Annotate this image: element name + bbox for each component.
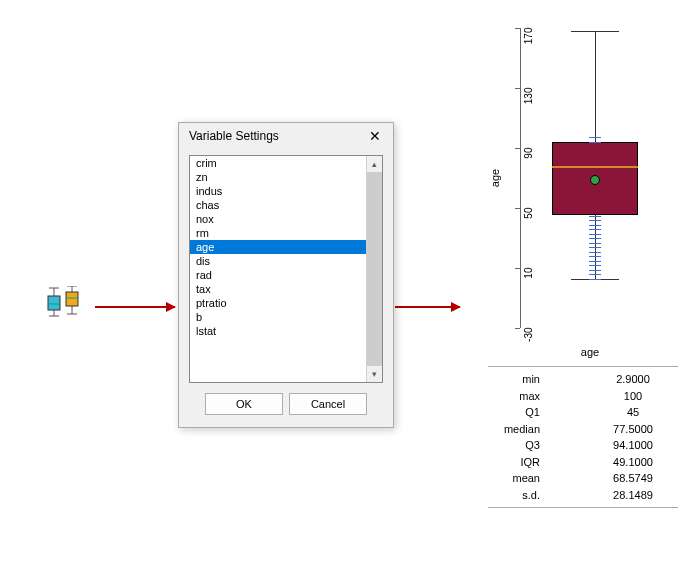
- stats-value: 2.9000: [588, 371, 678, 388]
- list-item[interactable]: b: [190, 310, 366, 324]
- y-tick-label: 90: [523, 148, 534, 184]
- y-tick: [515, 328, 520, 329]
- rug-tick: [589, 229, 601, 230]
- list-item[interactable]: ptratio: [190, 296, 366, 310]
- rug-tick: [589, 261, 601, 262]
- svg-rect-3: [48, 296, 60, 310]
- rug-tick: [589, 274, 601, 275]
- rug-tick: [589, 142, 601, 143]
- stats-value: 68.5749: [588, 470, 678, 487]
- rug-tick: [589, 247, 601, 248]
- stats-row: median77.5000: [488, 421, 678, 438]
- stats-value: 77.5000: [588, 421, 678, 438]
- stats-table: min2.9000max100Q145median77.5000Q394.100…: [488, 366, 678, 508]
- variable-list: crimzninduschasnoxrmagedisradtaxptratiob…: [189, 155, 383, 383]
- stats-row: IQR49.1000: [488, 454, 678, 471]
- list-item[interactable]: zn: [190, 170, 366, 184]
- scroll-up-icon[interactable]: ▴: [367, 156, 382, 172]
- rug-tick: [589, 220, 601, 221]
- stats-key: Q1: [488, 404, 568, 421]
- y-tick: [515, 208, 520, 209]
- rug-tick: [589, 234, 601, 235]
- list-item[interactable]: rm: [190, 226, 366, 240]
- stats-key: Q3: [488, 437, 568, 454]
- rug-tick: [589, 279, 601, 280]
- list-item[interactable]: dis: [190, 254, 366, 268]
- rug-tick: [589, 216, 601, 217]
- median-line: [552, 166, 638, 168]
- stats-row: max100: [488, 388, 678, 405]
- y-tick: [515, 28, 520, 29]
- list-item[interactable]: nox: [190, 212, 366, 226]
- stats-row: Q145: [488, 404, 678, 421]
- list-item[interactable]: tax: [190, 282, 366, 296]
- rug-tick: [589, 265, 601, 266]
- list-item[interactable]: lstat: [190, 324, 366, 338]
- scroll-track[interactable]: [367, 172, 382, 366]
- y-tick: [515, 88, 520, 89]
- list-item[interactable]: crim: [190, 156, 366, 170]
- stats-value: 94.1000: [588, 437, 678, 454]
- variable-settings-dialog: Variable Settings ✕ crimzninduschasnoxrm…: [178, 122, 394, 428]
- mean-dot: [590, 175, 600, 185]
- stats-value: 49.1000: [588, 454, 678, 471]
- rug-tick: [589, 243, 601, 244]
- y-tick-label: 170: [523, 28, 534, 64]
- scroll-down-icon[interactable]: ▾: [367, 366, 382, 382]
- y-tick-label: 10: [523, 268, 534, 304]
- stats-key: IQR: [488, 454, 568, 471]
- list-item[interactable]: rad: [190, 268, 366, 282]
- stats-row: Q394.1000: [488, 437, 678, 454]
- list-item[interactable]: indus: [190, 184, 366, 198]
- boxplot-tool-icon[interactable]: [46, 286, 86, 314]
- list-item[interactable]: chas: [190, 198, 366, 212]
- stats-value: 100: [588, 388, 678, 405]
- y-tick: [515, 268, 520, 269]
- rug-tick: [589, 256, 601, 257]
- list-item[interactable]: age: [190, 240, 366, 254]
- rug-tick: [589, 225, 601, 226]
- stats-key: max: [488, 388, 568, 405]
- dialog-title: Variable Settings: [189, 129, 279, 143]
- y-axis: [520, 28, 521, 328]
- y-tick-label: 130: [523, 88, 534, 124]
- y-tick-label: -30: [523, 328, 534, 364]
- rug-tick: [589, 252, 601, 253]
- y-tick-label: 50: [523, 208, 534, 244]
- rug-tick: [589, 238, 601, 239]
- close-icon[interactable]: ✕: [365, 129, 385, 143]
- arrow-to-dialog: [95, 306, 175, 308]
- stats-key: min: [488, 371, 568, 388]
- arrow-to-chart: [395, 306, 460, 308]
- y-axis-label: age: [489, 169, 501, 187]
- scrollbar[interactable]: ▴ ▾: [366, 156, 382, 382]
- svg-rect-8: [66, 292, 78, 306]
- stats-key: median: [488, 421, 568, 438]
- cancel-button[interactable]: Cancel: [289, 393, 367, 415]
- stats-key: s.d.: [488, 487, 568, 504]
- rug-tick: [589, 137, 601, 138]
- stats-row: s.d.28.1489: [488, 487, 678, 504]
- stats-value: 45: [588, 404, 678, 421]
- y-tick: [515, 148, 520, 149]
- ok-button[interactable]: OK: [205, 393, 283, 415]
- stats-row: mean68.5749: [488, 470, 678, 487]
- rug-tick: [589, 270, 601, 271]
- stats-value: 28.1489: [588, 487, 678, 504]
- boxplot-region: age -30105090130170 age min2.9000max100Q…: [470, 28, 680, 508]
- whisker-cap: [571, 31, 619, 32]
- stats-key: mean: [488, 470, 568, 487]
- stats-row: min2.9000: [488, 371, 678, 388]
